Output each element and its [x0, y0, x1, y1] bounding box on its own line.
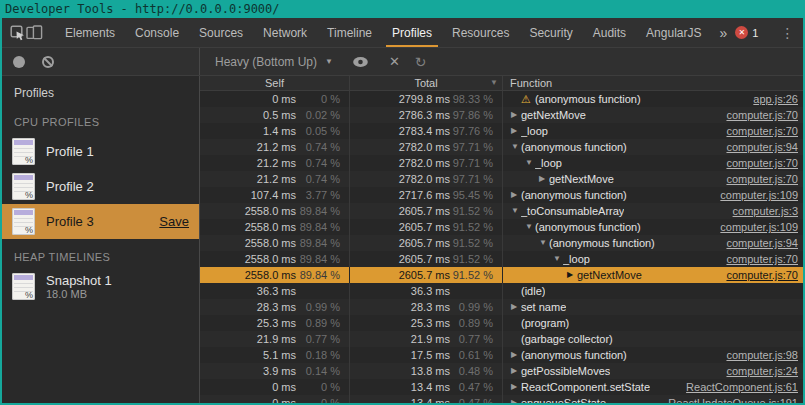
disclosure-collapsed-icon[interactable]: ▶	[509, 299, 521, 315]
self-percent: 0.89 %	[296, 315, 349, 331]
record-button[interactable]	[13, 56, 25, 68]
device-toolbar-icon[interactable]	[26, 21, 43, 45]
disclosure-collapsed-icon[interactable]: ▶	[509, 187, 521, 203]
function-name: enqueueSetState	[521, 395, 606, 403]
tab-console[interactable]: Console	[125, 18, 189, 47]
source-link[interactable]: computer.js:3	[725, 203, 803, 219]
disclosure-collapsed-icon[interactable]: ▶	[509, 395, 521, 403]
tab-sources[interactable]: Sources	[189, 18, 253, 47]
column-header-function[interactable]: Function	[503, 76, 803, 90]
sidebar-item-profile-1[interactable]: %Profile 1	[2, 134, 199, 169]
table-row[interactable]: 21.9 ms0.77 %21.9 ms0.77 %(garbage colle…	[200, 331, 803, 347]
table-row[interactable]: 2558.0 ms89.84 %2605.7 ms91.52 %▼(anonym…	[200, 235, 803, 251]
source-link[interactable]: computer.js:70	[718, 107, 803, 123]
disclosure-expanded-icon[interactable]: ▼	[509, 139, 521, 155]
disclosure-collapsed-icon[interactable]: ▶	[509, 107, 521, 123]
table-row[interactable]: 0.5 ms0.02 %2786.3 ms97.86 %▶getNextMove…	[200, 107, 803, 123]
tab-elements[interactable]: Elements	[55, 18, 125, 47]
self-time: 0.5 ms	[200, 107, 296, 123]
total-time: 28.3 ms	[350, 299, 450, 315]
self-time: 0 ms	[200, 91, 296, 107]
table-row[interactable]: 107.4 ms3.77 %2717.6 ms95.45 %▶(anonymou…	[200, 187, 803, 203]
table-row[interactable]: 25.3 ms0.89 %25.3 ms0.89 %(program)	[200, 315, 803, 331]
disclosure-collapsed-icon[interactable]: ▶	[509, 379, 521, 395]
sidebar-item-profile-3[interactable]: %Profile 3Save	[2, 204, 199, 239]
table-row[interactable]: 36.3 ms36.3 ms(idle)	[200, 283, 803, 299]
table-row[interactable]: 2558.0 ms89.84 %2605.7 ms91.52 %▼_loopco…	[200, 251, 803, 267]
profile-label: Profile 2	[46, 179, 94, 194]
sidebar-section-header-heap-timelines: HEAP TIMELINES	[2, 239, 199, 269]
self-percent: 89.84 %	[296, 267, 349, 283]
table-row[interactable]: 3.9 ms0.14 %13.8 ms0.48 %▶getPossibleMov…	[200, 363, 803, 379]
total-percent: 0.47 %	[450, 379, 502, 395]
tab-audits[interactable]: Audits	[583, 18, 636, 47]
tab-profiles[interactable]: Profiles	[382, 18, 442, 47]
function-name: ReactComponent.setState	[521, 379, 650, 395]
tab-security[interactable]: Security	[519, 18, 582, 47]
devtools-menu-icon[interactable]: ⋮	[774, 25, 803, 41]
table-row[interactable]: 1.4 ms0.05 %2783.4 ms97.76 %▶_loopcomput…	[200, 123, 803, 139]
restore-functions-icon[interactable]: ↻	[415, 54, 427, 70]
inspect-element-icon[interactable]	[10, 21, 26, 45]
table-row[interactable]: 0 ms0 %13.4 ms0.47 %▶ReactComponent.setS…	[200, 379, 803, 395]
source-link[interactable]: computer.js:94	[718, 235, 803, 251]
self-time: 2558.0 ms	[200, 203, 296, 219]
table-row[interactable]: 2558.0 ms89.84 %2605.7 ms91.52 %▼_toCons…	[200, 203, 803, 219]
tab-network[interactable]: Network	[253, 18, 317, 47]
disclosure-expanded-icon[interactable]: ▼	[523, 155, 535, 171]
table-row[interactable]: 21.2 ms0.74 %2782.0 ms97.71 %▼(anonymous…	[200, 139, 803, 155]
source-link[interactable]: computer.js:24	[718, 363, 803, 379]
table-row[interactable]: 28.3 ms0.99 %28.3 ms0.99 %▶set name	[200, 299, 803, 315]
focus-function-icon[interactable]	[348, 50, 374, 74]
disclosure-collapsed-icon[interactable]: ▶	[509, 123, 521, 139]
source-link[interactable]: computer.js:70	[718, 251, 803, 267]
table-row[interactable]: 5.1 ms0.18 %17.5 ms0.61 %▶(anonymous fun…	[200, 347, 803, 363]
tab-timeline[interactable]: Timeline	[317, 18, 382, 47]
source-link[interactable]: ReactComponent.js:61	[678, 379, 803, 395]
record-controls	[2, 48, 200, 75]
total-percent: 0.61 %	[450, 347, 502, 363]
table-row[interactable]: 2558.0 ms89.84 %2605.7 ms91.52 %▶getNext…	[200, 267, 803, 283]
self-time: 21.2 ms	[200, 155, 296, 171]
source-link[interactable]: computer.js:70	[718, 123, 803, 139]
view-mode-select[interactable]: Heavy (Bottom Up) ▼	[215, 55, 333, 69]
table-row[interactable]: 21.2 ms0.74 %2782.0 ms97.71 %▼_loopcompu…	[200, 155, 803, 171]
save-profile-link[interactable]: Save	[159, 214, 189, 229]
disclosure-expanded-icon[interactable]: ▼	[509, 203, 521, 219]
table-row[interactable]: 0 ms0 %13.4 ms0.47 %▶enqueueSetStateReac…	[200, 395, 803, 403]
source-link[interactable]: computer.js:70	[718, 171, 803, 187]
clear-profiles-icon[interactable]	[42, 56, 54, 68]
error-count-badge[interactable]: ✕ 1	[735, 26, 764, 39]
source-link[interactable]: computer.js:94	[718, 139, 803, 155]
tab-resources[interactable]: Resources	[442, 18, 519, 47]
disclosure-collapsed-icon[interactable]: ▶	[509, 363, 521, 379]
function-name: (anonymous function)	[535, 219, 641, 235]
function-name: (anonymous function)	[549, 235, 655, 251]
total-percent: 91.52 %	[450, 203, 502, 219]
source-link[interactable]: computer.js:109	[712, 219, 803, 235]
column-header-total[interactable]: Total ▼	[350, 76, 503, 90]
sidebar-item-profile-2[interactable]: %Profile 2	[2, 169, 199, 204]
function-name: getNextMove	[577, 267, 642, 283]
table-row[interactable]: 21.2 ms0.74 %2782.0 ms97.71 %▶getNextMov…	[200, 171, 803, 187]
disclosure-collapsed-icon[interactable]: ▶	[537, 171, 549, 187]
more-tabs-chevron-icon[interactable]: »	[711, 25, 735, 41]
source-link[interactable]: computer.js:109	[712, 187, 803, 203]
column-header-self[interactable]: Self	[200, 76, 350, 90]
source-link[interactable]: computer.js:70	[718, 267, 803, 283]
table-row[interactable]: 0 ms0 %2799.8 ms98.33 %⚠(anonymous funct…	[200, 91, 803, 107]
source-link[interactable]: app.js:26	[745, 91, 803, 107]
source-link[interactable]: computer.js:98	[718, 347, 803, 363]
tab-angularjs[interactable]: AngularJS	[636, 18, 711, 47]
exclude-function-icon[interactable]: ✕	[389, 54, 400, 69]
source-link[interactable]: ReactUpdateQueue.js:191	[660, 395, 803, 403]
sidebar-item-snapshot-1[interactable]: %Snapshot 118.0 MB	[2, 269, 199, 304]
table-row[interactable]: 2558.0 ms89.84 %2605.7 ms91.52 %▼(anonym…	[200, 219, 803, 235]
disclosure-expanded-icon[interactable]: ▼	[523, 219, 535, 235]
source-link[interactable]: computer.js:70	[718, 155, 803, 171]
disclosure-expanded-icon[interactable]: ▼	[551, 251, 563, 267]
disclosure-collapsed-icon[interactable]: ▶	[509, 347, 521, 363]
self-percent: 89.84 %	[296, 251, 349, 267]
disclosure-expanded-icon[interactable]: ▼	[537, 235, 549, 251]
disclosure-collapsed-icon[interactable]: ▶	[565, 267, 577, 283]
